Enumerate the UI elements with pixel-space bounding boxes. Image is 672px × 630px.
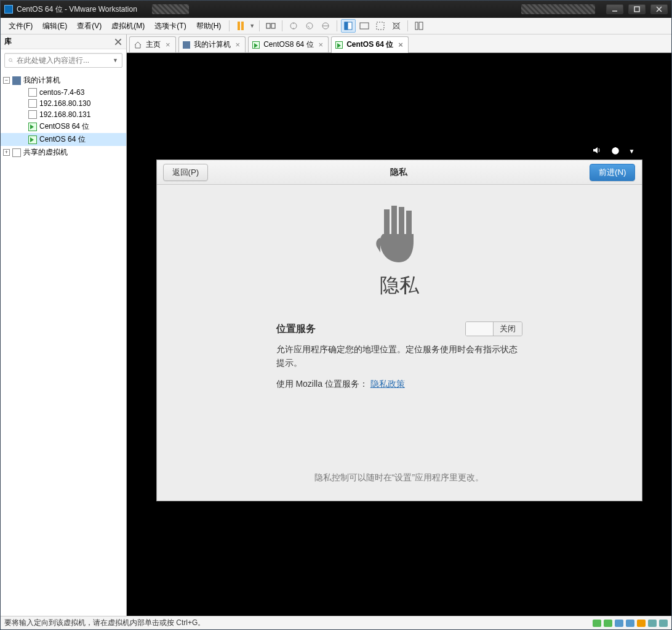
back-button[interactable]: 返回(P) <box>163 164 209 181</box>
search-input-wrap[interactable]: ▼ <box>4 53 122 68</box>
tab-centos8[interactable]: CentOS8 64 位 × <box>248 36 329 52</box>
tab-close-icon[interactable]: × <box>234 40 242 49</box>
tray-icon[interactable] <box>604 620 612 627</box>
pause-button[interactable] <box>233 19 248 33</box>
tab-mycomputer[interactable]: 我的计算机 × <box>178 36 246 52</box>
tray-icon[interactable] <box>593 620 601 627</box>
svg-rect-1 <box>266 23 270 28</box>
switch-state: 关闭 <box>494 322 522 336</box>
tab-home[interactable]: 主页 × <box>129 36 176 52</box>
vm-running-icon <box>28 123 37 131</box>
collapse-icon[interactable]: − <box>3 77 10 84</box>
svg-rect-17 <box>399 207 404 235</box>
svg-rect-9 <box>377 22 384 30</box>
tree-item[interactable]: 192.168.80.130 <box>1 98 126 109</box>
tab-close-icon[interactable]: × <box>164 40 172 49</box>
minimize-button[interactable] <box>606 4 623 14</box>
tab-label: 主页 <box>146 39 161 50</box>
snapshot-take-icon[interactable] <box>286 19 301 33</box>
svg-point-13 <box>9 59 12 62</box>
tray-icon[interactable] <box>637 620 646 627</box>
dropdown-icon[interactable]: ▼ <box>629 148 635 155</box>
vm-running-icon <box>335 41 343 49</box>
tree-item[interactable]: CentOS8 64 位 <box>1 120 126 133</box>
expand-icon[interactable]: + <box>3 149 10 156</box>
device-tray <box>593 620 668 627</box>
status-text: 要将输入定向到该虚拟机，请在虚拟机内部单击或按 Ctrl+G。 <box>4 618 588 628</box>
close-button[interactable] <box>650 4 668 14</box>
library-tree: − 我的计算机 centos-7.4-63 192.168.80.130 <box>1 71 126 616</box>
search-dropdown-icon[interactable]: ▼ <box>113 57 118 63</box>
console-view-button[interactable] <box>357 19 372 33</box>
tab-close-icon[interactable]: × <box>318 40 325 49</box>
host-icon <box>12 76 21 85</box>
panel-title: 隐私 <box>390 167 407 178</box>
menu-file[interactable]: 文件(F) <box>4 19 37 33</box>
menubar: 文件(F) 编辑(E) 查看(V) 虚拟机(M) 选项卡(T) 帮助(H) ▼ <box>1 18 671 34</box>
volume-icon[interactable] <box>592 145 602 157</box>
menu-edit[interactable]: 编辑(E) <box>38 19 71 33</box>
vm-console[interactable]: ▼ 返回(P) 隐私 前进(N) <box>127 53 671 616</box>
svg-rect-18 <box>406 211 412 235</box>
tree-root-shared[interactable]: + 共享的虚拟机 <box>1 146 126 159</box>
status-bar: 要将输入定向到该虚拟机，请在虚拟机内部单击或按 Ctrl+G。 <box>1 616 671 629</box>
power-icon[interactable] <box>610 145 620 157</box>
svg-rect-7 <box>345 22 348 30</box>
vm-icon <box>28 88 37 97</box>
menu-tabs[interactable]: 选项卡(T) <box>150 19 190 33</box>
location-label: 位置服务 <box>276 323 316 336</box>
library-close-icon[interactable] <box>114 38 122 46</box>
titlebar-blur <box>152 4 189 14</box>
location-switch[interactable]: 关闭 <box>465 321 522 336</box>
library-title: 库 <box>4 36 114 47</box>
host-icon <box>183 41 190 49</box>
svg-rect-0 <box>634 7 639 12</box>
tab-close-icon[interactable]: × <box>397 40 404 49</box>
mozilla-prefix: 使用 Mozilla 位置服务： <box>276 379 368 389</box>
privacy-hand-icon <box>372 203 427 265</box>
tray-icon[interactable] <box>659 620 668 627</box>
tree-label: 共享的虚拟机 <box>23 147 68 158</box>
tray-icon[interactable] <box>626 620 634 627</box>
snapshot-revert-icon[interactable] <box>302 19 317 33</box>
tray-icon[interactable] <box>648 620 657 627</box>
snapshot-manage-icon[interactable] <box>318 19 333 33</box>
vm-icon <box>28 99 37 108</box>
vm-running-icon <box>252 41 260 49</box>
tree-item[interactable]: 192.168.80.131 <box>1 109 126 120</box>
tree-item-selected[interactable]: CentOS 64 位 <box>1 133 126 146</box>
tree-root-mycomputer[interactable]: − 我的计算机 <box>1 74 126 87</box>
next-button[interactable]: 前进(N) <box>590 164 636 181</box>
home-icon <box>134 41 142 49</box>
privacy-policy-link[interactable]: 隐私政策 <box>370 379 405 389</box>
maximize-button[interactable] <box>628 4 646 14</box>
shared-icon <box>12 148 21 157</box>
search-input[interactable] <box>17 56 109 65</box>
switch-knob <box>466 322 494 336</box>
menu-view[interactable]: 查看(V) <box>73 19 106 33</box>
library-toggle-button[interactable] <box>412 19 426 33</box>
tree-label: 192.168.80.130 <box>39 99 90 108</box>
svg-rect-2 <box>271 23 275 28</box>
send-ctrlaltdel-button[interactable] <box>263 19 278 33</box>
tray-icon[interactable] <box>615 620 623 627</box>
fullscreen-button[interactable] <box>373 19 388 33</box>
svg-rect-15 <box>384 209 390 235</box>
tab-label: 我的计算机 <box>194 39 231 50</box>
panel-footer: 隐私控制可以随时在“设置”应用程序里更改。 <box>314 472 484 501</box>
tree-label: CentOS8 64 位 <box>39 121 89 132</box>
window-title: CentOS 64 位 - VMware Workstation <box>17 4 137 15</box>
svg-point-4 <box>306 23 313 29</box>
titlebar-blur-right <box>521 4 595 14</box>
tab-centos-active[interactable]: CentOS 64 位 × <box>331 36 409 52</box>
vm-running-icon <box>28 135 37 144</box>
tree-item[interactable]: centos-7.4-63 <box>1 87 126 98</box>
menu-vm[interactable]: 虚拟机(M) <box>107 19 149 33</box>
unity-button[interactable] <box>341 19 356 33</box>
setup-panel: 返回(P) 隐私 前进(N) <box>156 160 642 501</box>
pause-dropdown[interactable]: ▼ <box>249 23 255 29</box>
stretch-button[interactable] <box>389 19 404 33</box>
menu-help[interactable]: 帮助(H) <box>192 19 226 33</box>
tab-label: CentOS 64 位 <box>346 39 393 50</box>
app-icon <box>4 5 13 14</box>
